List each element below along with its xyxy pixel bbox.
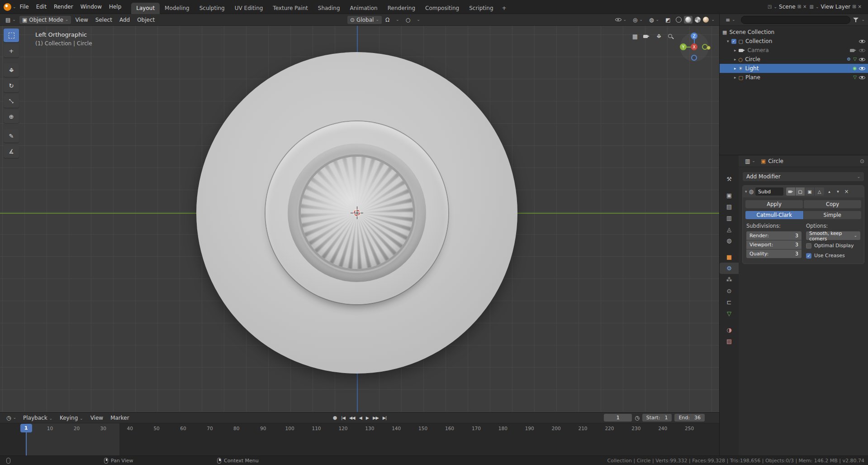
expand-icon[interactable]: ▾ — [727, 39, 729, 43]
collapse-icon[interactable]: ▸ — [734, 76, 736, 80]
quality-field[interactable]: Quality: 3 — [746, 249, 802, 258]
outliner-row-scene-collection[interactable]: ▦ Scene Collection — [720, 28, 868, 37]
tab-physics[interactable]: ⊙ — [720, 285, 739, 297]
delete-view-layer-icon[interactable]: × — [858, 5, 862, 9]
menu-edit[interactable]: Edit — [33, 4, 50, 10]
tab-layout[interactable]: Layout — [131, 3, 160, 14]
display-realtime-toggle[interactable]: ▢ — [796, 187, 805, 196]
use-creases-row[interactable]: ✓ Use Creases — [806, 251, 860, 260]
tab-material[interactable]: ◑ — [720, 324, 739, 336]
eye-icon[interactable] — [859, 38, 865, 44]
auto-keying-button[interactable]: ● — [333, 415, 337, 421]
display-editmode-toggle[interactable]: ▣ — [805, 187, 815, 196]
collection-checkbox[interactable]: ✓ — [731, 39, 736, 44]
eye-icon[interactable] — [859, 48, 865, 53]
shading-material-icon[interactable] — [695, 17, 701, 23]
menu-viewport-object[interactable]: Object — [134, 16, 158, 24]
copy-button[interactable]: Copy — [804, 200, 861, 208]
rotate-tool[interactable]: ↻ — [4, 79, 19, 92]
gizmo-neg-z-axis[interactable] — [691, 55, 697, 61]
jump-to-start-button[interactable]: |◀ — [341, 415, 345, 420]
tab-constraints[interactable]: ⊏ — [720, 297, 739, 308]
jump-to-end-button[interactable]: ▶| — [383, 415, 387, 420]
tab-rendering[interactable]: Rendering — [383, 3, 420, 14]
perspective-grid-icon[interactable]: ▦ — [632, 34, 638, 39]
cursor-tool[interactable]: + — [4, 44, 19, 58]
tab-texture-paint[interactable]: Texture Paint — [268, 3, 313, 14]
light-object-dot[interactable] — [707, 46, 711, 50]
start-frame-field[interactable]: Start: 1 — [642, 414, 672, 422]
timeline-editor-type-button[interactable]: ◷ ⌄ — [4, 414, 19, 422]
expand-icon[interactable]: ▾ — [745, 190, 747, 194]
navigation-gizmo[interactable]: Z Y X — [680, 33, 709, 62]
mode-selector[interactable]: ▣ Object Mode ⌄ — [19, 16, 71, 24]
menu-help[interactable]: Help — [105, 4, 125, 10]
outliner-row-light[interactable]: ▸ ☀ Light ◉ — [720, 64, 868, 73]
outliner-search-input[interactable] — [741, 16, 851, 24]
delete-modifier-button[interactable]: × — [843, 187, 850, 196]
viewport-3d[interactable]: Left Orthographic (1) Collection | Circl… — [0, 26, 719, 412]
new-view-layer-icon[interactable]: ⊞ — [852, 5, 856, 9]
tab-shading[interactable]: Shading — [313, 3, 345, 14]
tab-view-layer[interactable]: ▥ — [720, 212, 739, 224]
scale-tool[interactable]: ↖↘ — [4, 94, 19, 108]
transform-orientation-dropdown[interactable]: ⊙ Global ⌄ — [347, 16, 382, 24]
gizmos-dropdown[interactable]: ◎ ⌄ — [630, 16, 645, 24]
simple-button[interactable]: Simple — [804, 211, 862, 219]
move-modifier-down-button[interactable]: ▾ — [835, 187, 841, 196]
next-keyframe-button[interactable]: ▶▶ — [373, 415, 379, 420]
gizmo-z-axis[interactable]: Z — [691, 33, 697, 39]
menu-marker[interactable]: Marker — [107, 414, 132, 422]
play-reverse-button[interactable]: ◀ — [359, 415, 361, 420]
gizmo-x-axis[interactable]: X — [691, 43, 697, 50]
tab-animation[interactable]: Animation — [345, 3, 383, 14]
display-cage-toggle[interactable]: △ — [815, 187, 824, 196]
menu-viewport-select[interactable]: Select — [92, 16, 115, 24]
tab-modeling[interactable]: Modeling — [160, 3, 194, 14]
menu-render[interactable]: Render — [50, 4, 77, 10]
move-tool[interactable]: ↔↕ — [4, 63, 19, 77]
move-modifier-up-button[interactable]: ▴ — [826, 187, 833, 196]
object-visibility-dropdown[interactable]: ⌄ — [612, 16, 630, 24]
snap-toggle[interactable]: Ω — [383, 16, 392, 24]
pan-view-icon[interactable]: ↔↕ — [655, 33, 662, 40]
render-subdivisions-field[interactable]: Render: 3 — [746, 231, 802, 240]
outliner-row-plane[interactable]: ▸ ▢ Plane ▽ — [720, 73, 868, 82]
proportional-edit-toggle[interactable]: ○ — [403, 16, 413, 24]
tab-object-data[interactable]: ▽ — [720, 308, 739, 319]
tab-scripting[interactable]: Scripting — [464, 3, 498, 14]
display-render-toggle[interactable] — [786, 187, 796, 196]
optimal-display-row[interactable]: Optimal Display — [806, 241, 860, 250]
collapse-icon[interactable]: ▸ — [734, 48, 736, 53]
menu-file[interactable]: File — [16, 4, 33, 10]
menu-playback[interactable]: Playback ⌄ — [20, 414, 56, 422]
tab-scene[interactable]: ◬ — [720, 224, 739, 235]
menu-viewport-add[interactable]: Add — [116, 16, 133, 24]
eye-icon[interactable] — [859, 66, 865, 72]
modifier-name-field[interactable]: Subd — [755, 187, 783, 196]
outliner-row-collection[interactable]: ▾ ✓ ▢ Collection — [720, 37, 868, 46]
current-frame-field[interactable]: 1 — [604, 414, 632, 422]
outliner-row-camera[interactable]: ▸ Camera — [720, 46, 868, 55]
camera-view-icon[interactable] — [643, 34, 650, 39]
tab-uv-editing[interactable]: UV Editing — [230, 3, 268, 14]
proportional-falloff-dropdown[interactable]: ⌄ — [414, 17, 423, 23]
menu-keying[interactable]: Keying ⌄ — [57, 414, 86, 422]
filter-icon[interactable] — [853, 17, 859, 23]
xray-toggle[interactable]: ◩ — [663, 16, 673, 24]
apply-button[interactable]: Apply — [745, 200, 803, 208]
uv-smooth-dropdown[interactable]: Smooth, keep corners ⌄ — [806, 231, 860, 240]
tab-tool[interactable]: ⚒ — [720, 173, 739, 185]
outliner-row-circle[interactable]: ▸ ○ Circle ⚙ ▽ — [720, 55, 868, 64]
playhead[interactable]: 1 — [20, 424, 32, 432]
add-workspace-button[interactable]: + — [498, 3, 510, 14]
viewport-subdivisions-field[interactable]: Viewport: 3 — [746, 240, 802, 249]
view-layer-selector[interactable]: ▥ ⌄ View Layer ⊞ × — [809, 4, 862, 10]
shading-wireframe-icon[interactable] — [676, 17, 682, 23]
properties-editor-type-button[interactable]: ▥ ⌄ — [742, 158, 758, 165]
tab-compositing[interactable]: Compositing — [420, 3, 464, 14]
outliner-editor-type-button[interactable]: ≡ ⌄ — [723, 16, 738, 24]
blender-logo-icon[interactable] — [4, 3, 11, 11]
scene-selector[interactable]: ◳ ⌄ Scene ⊞ × — [768, 4, 806, 10]
measure-tool[interactable]: ∡ — [4, 144, 19, 158]
